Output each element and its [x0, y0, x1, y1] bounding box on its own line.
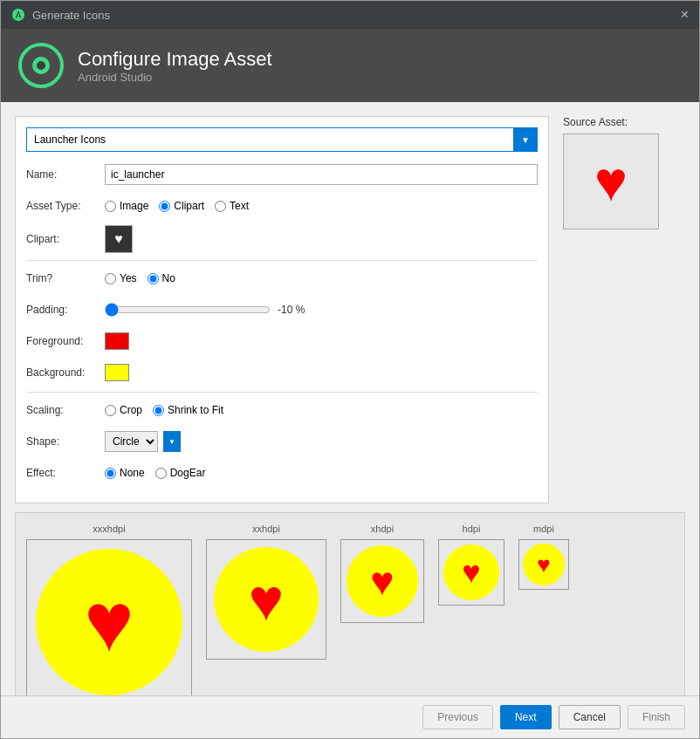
divider-2	[26, 392, 538, 393]
background-color-swatch[interactable]	[105, 364, 129, 381]
header: Configure Image Asset Android Studio	[1, 29, 699, 102]
padding-slider[interactable]	[105, 303, 271, 317]
xhdpi-label: xhdpi	[371, 523, 394, 534]
shape-select[interactable]: Circle	[105, 431, 158, 452]
foreground-color-swatch[interactable]	[105, 332, 129, 350]
scaling-shrink-label: Shrink to Fit	[168, 404, 223, 416]
asset-image-radio[interactable]	[105, 201, 116, 212]
trim-yes-label: Yes	[120, 272, 137, 284]
xhdpi-box: ♥	[340, 539, 424, 623]
trim-label: Trim?	[26, 272, 105, 284]
xhdpi-heart: ♥	[370, 558, 394, 605]
window-title: Generate Icons	[32, 9, 110, 22]
mdpi-circle: ♥	[523, 544, 565, 585]
asset-text-radio[interactable]	[215, 201, 226, 212]
source-label: Source Asset:	[563, 116, 685, 128]
xhdpi-circle: ♥	[347, 545, 418, 617]
preview-icons: xxxhdpi ♥ xxhdpi ♥	[26, 523, 674, 695]
scaling-label: Scaling:	[26, 404, 105, 416]
effect-dogear-label: DogEar	[170, 467, 206, 479]
asset-clipart-option[interactable]: Clipart	[159, 200, 204, 212]
mdpi-box: ♥	[518, 539, 569, 590]
footer: Previous Next Cancel Finish	[1, 695, 699, 738]
source-heart-icon: ♥	[594, 154, 628, 209]
trim-row: Trim? Yes No	[26, 266, 538, 291]
header-title: Configure Image Asset	[78, 48, 272, 71]
xxxhdpi-box: ♥	[26, 539, 192, 695]
clipart-heart-icon: ♥	[114, 231, 123, 247]
top-section: Launcher Icons Name: Asset Type:	[15, 116, 685, 503]
trim-yes-option[interactable]: Yes	[105, 272, 137, 284]
xxxhdpi-heart: ♥	[85, 574, 134, 670]
foreground-label: Foreground:	[26, 335, 105, 347]
previous-button[interactable]: Previous	[422, 705, 493, 729]
shape-row: Shape: Circle	[26, 429, 538, 454]
scaling-row: Scaling: Crop Shrink to Fit	[26, 398, 538, 422]
scaling-shrink-option[interactable]: Shrink to Fit	[153, 404, 223, 416]
icon-type-dropdown-btn[interactable]	[513, 127, 538, 152]
next-button[interactable]: Next	[500, 705, 552, 729]
effect-dogear-radio[interactable]	[155, 468, 167, 479]
content-area: Launcher Icons Name: Asset Type:	[1, 102, 699, 695]
hdpi-label: hdpi	[463, 523, 481, 534]
name-row: Name:	[26, 162, 538, 187]
icon-type-select[interactable]: Launcher Icons	[26, 127, 513, 152]
effect-label: Effect:	[26, 467, 105, 479]
close-button[interactable]: ×	[681, 8, 689, 22]
background-control	[105, 364, 538, 381]
scaling-crop-label: Crop	[120, 404, 142, 416]
hdpi-heart: ♥	[462, 554, 480, 591]
trim-no-option[interactable]: No	[148, 272, 175, 284]
scaling-crop-option[interactable]: Crop	[105, 404, 142, 416]
asset-type-control: Image Clipart Text	[105, 200, 538, 212]
clipart-button[interactable]: ♥	[105, 225, 133, 253]
preview-xxhdpi: xxhdpi ♥	[206, 523, 326, 660]
name-input[interactable]	[105, 164, 538, 185]
trim-no-radio[interactable]	[148, 273, 159, 284]
name-label: Name:	[26, 168, 105, 181]
scaling-crop-radio[interactable]	[105, 405, 116, 416]
xxhdpi-label: xxhdpi	[252, 523, 280, 534]
asset-image-label: Image	[120, 200, 148, 212]
header-info: Configure Image Asset Android Studio	[78, 48, 272, 84]
icon-type-dropdown-row: Launcher Icons	[26, 127, 538, 152]
svg-text:A: A	[16, 10, 22, 20]
divider-1	[26, 260, 538, 261]
source-panel: Source Asset: ♥	[563, 116, 685, 503]
padding-value: -10 %	[278, 304, 312, 316]
name-control	[105, 164, 538, 185]
trim-yes-radio[interactable]	[105, 273, 116, 284]
shape-control: Circle	[105, 431, 538, 452]
preview-mdpi: mdpi ♥	[518, 523, 569, 590]
cancel-button[interactable]: Cancel	[559, 705, 621, 729]
hdpi-circle: ♥	[443, 544, 499, 600]
xxxhdpi-circle: ♥	[36, 549, 182, 695]
svg-point-4	[37, 61, 45, 70]
xxxhdpi-label: xxxhdpi	[93, 523, 125, 534]
finish-button[interactable]: Finish	[628, 705, 685, 729]
preview-hdpi: hdpi ♥	[438, 523, 504, 606]
mdpi-label: mdpi	[533, 523, 554, 534]
trim-no-label: No	[162, 272, 175, 284]
shape-dropdown-btn[interactable]	[163, 431, 181, 452]
source-preview: ♥	[563, 133, 659, 229]
asset-clipart-label: Clipart	[174, 200, 204, 212]
effect-none-radio[interactable]	[105, 468, 116, 479]
effect-none-option[interactable]: None	[105, 467, 145, 479]
asset-clipart-radio[interactable]	[159, 201, 170, 212]
preview-section: xxxhdpi ♥ xxhdpi ♥	[15, 512, 685, 695]
asset-type-row: Asset Type: Image Clipart Text	[26, 194, 538, 218]
clipart-row: Clipart: ♥	[26, 225, 538, 253]
scaling-shrink-radio[interactable]	[153, 405, 164, 416]
asset-image-option[interactable]: Image	[105, 200, 148, 212]
asset-text-option[interactable]: Text	[215, 200, 249, 212]
scaling-control: Crop Shrink to Fit	[105, 404, 538, 416]
clipart-control: ♥	[105, 225, 538, 253]
padding-label: Padding:	[26, 304, 105, 316]
padding-row: Padding: -10 %	[26, 298, 538, 322]
foreground-row: Foreground:	[26, 329, 538, 353]
trim-control: Yes No	[105, 272, 538, 284]
effect-dogear-option[interactable]: DogEar	[155, 467, 206, 479]
effect-row: Effect: None DogEar	[26, 461, 538, 485]
clipart-label: Clipart:	[26, 233, 105, 245]
